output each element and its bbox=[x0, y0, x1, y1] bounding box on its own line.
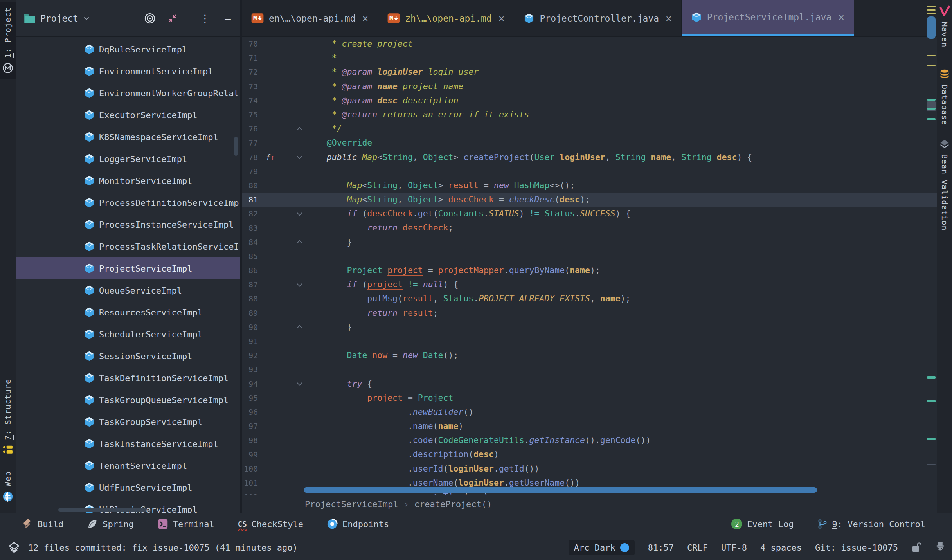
editor-horizontal-scrollbar[interactable] bbox=[304, 487, 817, 493]
code-line[interactable]: 96 .newBuilder() bbox=[242, 405, 937, 419]
gutter-marker[interactable]: f↑ bbox=[261, 153, 279, 162]
unlock-icon[interactable] bbox=[911, 542, 921, 553]
code-line[interactable]: 78f↑ public Map<String, Object> createPr… bbox=[242, 150, 937, 164]
tree-item[interactable]: ProcessInstanceServiceImpl bbox=[16, 214, 240, 236]
code-line[interactable]: 71 * bbox=[242, 51, 937, 65]
tree-item[interactable]: TaskDefinitionServiceImpl bbox=[16, 367, 240, 389]
fold-toggle-icon[interactable] bbox=[279, 239, 305, 245]
fold-toggle-icon[interactable] bbox=[279, 324, 305, 330]
code-line[interactable]: 92 Date now = new Date(); bbox=[242, 348, 937, 362]
code-editor[interactable]: 70 * create project71 *72 * @param login… bbox=[242, 37, 937, 495]
close-tab-icon[interactable]: × bbox=[666, 13, 672, 24]
editor-tab-active[interactable]: ProjectServiceImpl.java× bbox=[682, 0, 854, 36]
tree-item[interactable]: QueueServiceImpl bbox=[16, 279, 240, 301]
code-line[interactable]: 74 * @param desc description bbox=[242, 94, 937, 108]
tool-window-button-build[interactable]: Build bbox=[22, 519, 63, 529]
tree-item[interactable]: ResourcesServiceImpl bbox=[16, 301, 240, 323]
code-line[interactable]: 70 * create project bbox=[242, 37, 937, 51]
tool-window-button-9-version-control[interactable]: 9: Version Control bbox=[817, 519, 925, 529]
fold-toggle-icon[interactable] bbox=[279, 126, 305, 132]
close-tab-icon[interactable]: × bbox=[362, 13, 369, 24]
code-line[interactable]: 95 project = Project bbox=[242, 391, 937, 405]
code-line[interactable]: 77 @Override bbox=[242, 136, 937, 150]
fold-toggle-icon[interactable] bbox=[279, 211, 305, 217]
tree-item[interactable]: ProcessDefinitionServiceImp bbox=[16, 192, 240, 214]
editor-tab[interactable]: ProjectController.java× bbox=[514, 0, 681, 36]
theme-switcher[interactable]: Arc Dark bbox=[569, 540, 635, 555]
close-tab-icon[interactable]: × bbox=[838, 11, 844, 23]
chevron-down-icon[interactable] bbox=[82, 14, 91, 23]
tool-window-button-event-log[interactable]: 2Event Log bbox=[731, 519, 794, 529]
code-line[interactable]: 75 * @return returns an error if it exis… bbox=[242, 108, 937, 122]
tree-item[interactable]: SessionServiceImpl bbox=[16, 345, 240, 367]
breadcrumb-item[interactable]: createProject() bbox=[414, 499, 492, 509]
tool-window-button-terminal[interactable]: Terminal bbox=[157, 519, 214, 529]
stripe-button-structure[interactable]: 7: Structure bbox=[0, 379, 16, 454]
tree-item[interactable]: TaskInstanceServiceImpl bbox=[16, 433, 240, 455]
code-line[interactable]: 97 .name(name) bbox=[242, 419, 937, 433]
tree-item[interactable]: TaskGroupQueueServiceImpl bbox=[16, 389, 240, 411]
caret-position[interactable]: 81:57 bbox=[648, 543, 674, 553]
code-line[interactable]: 90 } bbox=[242, 320, 937, 334]
stripe-button-bean-validation[interactable]: Bean Validation bbox=[937, 139, 952, 231]
tree-item[interactable]: LoggerServiceImpl bbox=[16, 148, 240, 170]
tree-item[interactable]: TenantServiceImpl bbox=[16, 455, 240, 477]
tree-horizontal-scrollbar[interactable] bbox=[58, 508, 147, 512]
tree-item[interactable]: EnvironmentWorkerGroupRelat bbox=[16, 82, 240, 104]
code-line[interactable]: 99 .description(desc) bbox=[242, 447, 937, 461]
tree-item[interactable]: ExecutorServiceImpl bbox=[16, 104, 240, 126]
code-line[interactable]: 94 try { bbox=[242, 377, 937, 391]
tool-window-button-endpoints[interactable]: Endpoints bbox=[327, 519, 389, 529]
tree-item-selected[interactable]: ProjectServiceImpl bbox=[16, 257, 240, 279]
code-line[interactable]: 87 if (project != null) { bbox=[242, 277, 937, 292]
code-line[interactable]: 98 .code(CodeGenerateUtils.getInstance()… bbox=[242, 433, 937, 447]
code-line[interactable]: 85 bbox=[242, 249, 937, 263]
fold-toggle-icon[interactable] bbox=[279, 154, 305, 160]
locate-target-icon[interactable] bbox=[143, 12, 157, 25]
code-line[interactable]: 89 return result; bbox=[242, 306, 937, 320]
code-line[interactable]: 83 return descCheck; bbox=[242, 221, 937, 235]
tree-vertical-scrollbar[interactable] bbox=[234, 137, 238, 156]
hide-panel-icon[interactable]: — bbox=[221, 12, 234, 25]
tree-item[interactable]: MonitorServiceImpl bbox=[16, 170, 240, 192]
code-line[interactable]: 91 bbox=[242, 334, 937, 348]
tree-item[interactable]: SchedulerServiceImpl bbox=[16, 323, 240, 345]
ide-fatal-errors-icon[interactable] bbox=[935, 542, 946, 553]
code-line[interactable]: 88 putMsg(result, Status.PROJECT_ALREADY… bbox=[242, 292, 937, 306]
code-line[interactable]: 93 bbox=[242, 362, 937, 376]
code-line[interactable]: 76 */ bbox=[242, 122, 937, 136]
panel-options-icon[interactable]: ⋮ bbox=[198, 12, 212, 25]
code-line[interactable]: 80 Map<String, Object> result = new Hash… bbox=[242, 178, 937, 193]
breadcrumb-item[interactable]: ProjectServiceImpl bbox=[305, 499, 398, 509]
stripe-button-database[interactable]: Database bbox=[937, 69, 952, 125]
code-line[interactable]: 86 Project project = projectMapper.query… bbox=[242, 263, 937, 277]
stripe-button-project[interactable]: 1: Project bbox=[0, 2, 16, 79]
tree-item[interactable]: ProcessTaskRelationServiceI bbox=[16, 236, 240, 257]
fold-toggle-icon[interactable] bbox=[279, 281, 305, 288]
git-branch[interactable]: Git: issue-10075 bbox=[815, 543, 898, 553]
code-line[interactable]: 79 bbox=[242, 164, 937, 178]
code-line[interactable]: 100 .userId(loginUser.getId()) bbox=[242, 462, 937, 476]
tree-item[interactable]: DqRuleServiceImpl bbox=[16, 38, 240, 60]
collapse-all-icon[interactable] bbox=[166, 12, 179, 25]
close-tab-icon[interactable]: × bbox=[498, 13, 505, 24]
code-line[interactable]: 72 * @param loginUser login user bbox=[242, 65, 937, 79]
line-separator[interactable]: CRLF bbox=[687, 543, 708, 553]
fold-toggle-icon[interactable] bbox=[279, 380, 305, 387]
editor-tab[interactable]: Mzh\…\open-api.md× bbox=[378, 0, 514, 36]
overriding-method-icon[interactable]: f↑ bbox=[266, 153, 275, 162]
code-line[interactable]: 81 Map<String, Object> descCheck = check… bbox=[242, 193, 937, 207]
tool-window-button-spring[interactable]: Spring bbox=[87, 519, 133, 529]
code-line[interactable]: 82 if (descCheck.get(Constants.STATUS) !… bbox=[242, 207, 937, 221]
tree-item[interactable]: K8SNamespaceServiceImpl bbox=[16, 126, 240, 148]
editor-tab[interactable]: Men\…\open-api.md× bbox=[242, 0, 378, 36]
tree-item[interactable]: TaskGroupServiceImpl bbox=[16, 411, 240, 433]
indent-setting[interactable]: 4 spaces bbox=[760, 543, 802, 553]
file-encoding[interactable]: UTF-8 bbox=[721, 543, 747, 553]
stripe-button-maven[interactable]: Maven bbox=[937, 5, 952, 47]
tool-window-button-checkstyle[interactable]: CSCheckStyle bbox=[238, 519, 303, 529]
code-line[interactable]: 84 } bbox=[242, 235, 937, 249]
code-line[interactable]: 73 * @param name project name bbox=[242, 79, 937, 94]
tree-item[interactable]: EnvironmentServiceImpl bbox=[16, 60, 240, 82]
stripe-button-web[interactable]: Web bbox=[0, 471, 16, 502]
